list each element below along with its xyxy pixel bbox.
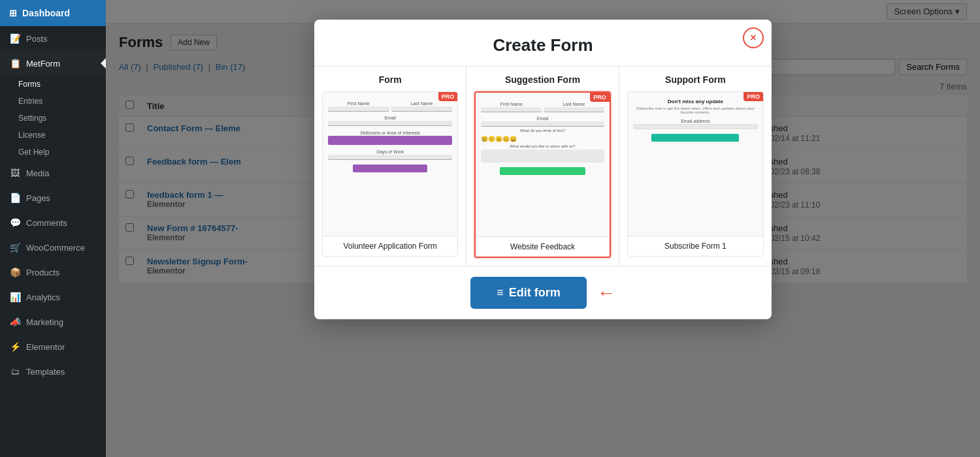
template-header-suggestion: Suggestion Form xyxy=(474,74,610,85)
edit-form-row: ≡ Edit form ← xyxy=(314,266,772,319)
sidebar-item-elementor[interactable]: ⚡ Elementor xyxy=(0,334,106,359)
products-icon: 📦 xyxy=(9,266,21,278)
templates-grid: Form PRO First Name Last Name xyxy=(314,66,772,266)
sidebar-metform-label: MetForm xyxy=(26,59,60,69)
sidebar-item-entries[interactable]: Entries xyxy=(0,93,106,110)
modal-close-button[interactable]: × xyxy=(743,27,764,48)
create-form-modal: × Create Form Form PRO First Name xyxy=(314,20,772,319)
sidebar-marketing-label: Marketing xyxy=(26,317,63,327)
woocommerce-icon: 🛒 xyxy=(9,242,21,253)
template-header-form: Form xyxy=(322,74,458,85)
dashboard-icon: ⊞ xyxy=(9,8,17,18)
edit-form-label: Edit form xyxy=(509,286,561,300)
marketing-icon: 📣 xyxy=(9,316,21,328)
form-card-name-volunteer: Volunteer Application Form xyxy=(323,236,457,256)
sidebar-item-comments[interactable]: 💬 Comments xyxy=(0,210,106,235)
sidebar-item-analytics[interactable]: 📊 Analytics xyxy=(0,285,106,309)
sidebar-item-media[interactable]: 🖼 Media xyxy=(0,161,106,185)
sidebar-products-label: Products xyxy=(26,268,59,277)
sidebar-item-marketing[interactable]: 📣 Marketing xyxy=(0,309,106,334)
sidebar-woocommerce-label: WooCommerce xyxy=(26,243,85,253)
form-card-subscribe[interactable]: PRO Don't miss any update Subscribe now … xyxy=(627,91,764,257)
sidebar-item-products[interactable]: 📦 Products xyxy=(0,260,106,285)
form-preview-feedback: First Name Last Name Email What do xyxy=(476,93,609,236)
sidebar-media-label: Media xyxy=(26,168,49,178)
form-card-name-subscribe: Subscribe Form 1 xyxy=(628,236,763,256)
form-card-volunteer[interactable]: PRO First Name Last Name xyxy=(322,91,458,257)
sidebar: ⊞ Dashboard 📝 Posts 📋 MetForm Forms Entr… xyxy=(0,0,106,457)
media-icon: 🖼 xyxy=(9,167,21,179)
form-preview-volunteer: First Name Last Name Email Skills/s xyxy=(323,92,457,236)
template-col-support: Support Form PRO Don't miss any update S… xyxy=(619,67,772,266)
sidebar-item-metform[interactable]: 📋 MetForm xyxy=(0,51,106,76)
main-content: Screen Options ▾ Forms Add New All (7) |… xyxy=(106,0,980,457)
comments-icon: 💬 xyxy=(9,217,21,228)
form-preview-subscribe: Don't miss any update Subscribe now to g… xyxy=(628,92,763,236)
sidebar-comments-label: Comments xyxy=(26,218,67,228)
templates-icon: 🗂 xyxy=(9,366,21,377)
edit-form-button[interactable]: ≡ Edit form xyxy=(470,277,587,309)
sidebar-elementor-label: Elementor xyxy=(26,342,65,352)
modal-title: Create Form xyxy=(314,20,772,66)
form-card-website-feedback[interactable]: PRO First Name Last Name xyxy=(474,91,610,258)
sidebar-analytics-label: Analytics xyxy=(26,292,60,302)
modal-overlay[interactable]: × Create Form Form PRO First Name xyxy=(106,0,980,457)
pages-icon: 📄 xyxy=(9,192,21,204)
sidebar-posts-label: Posts xyxy=(26,34,48,44)
pro-badge-support: PRO xyxy=(743,92,763,101)
metform-arrow xyxy=(101,58,106,69)
form-card-name-feedback: Website Feedback xyxy=(476,236,609,257)
metform-icon: 📋 xyxy=(9,57,21,69)
template-header-support: Support Form xyxy=(627,74,764,85)
pro-badge-suggestion: PRO xyxy=(590,93,610,102)
sidebar-item-forms[interactable]: Forms xyxy=(0,76,106,93)
sidebar-dashboard-label[interactable]: Dashboard xyxy=(22,8,70,18)
sidebar-item-woocommerce[interactable]: 🛒 WooCommerce xyxy=(0,235,106,260)
edit-form-icon: ≡ xyxy=(497,286,504,300)
sidebar-item-gethelp[interactable]: Get Help xyxy=(0,144,106,161)
sidebar-item-pages[interactable]: 📄 Pages xyxy=(0,185,106,210)
sidebar-pages-label: Pages xyxy=(26,193,50,203)
sidebar-item-posts[interactable]: 📝 Posts xyxy=(0,26,106,51)
template-col-form: Form PRO First Name Last Name xyxy=(314,67,466,266)
template-col-suggestion: Suggestion Form PRO First Name Last Name xyxy=(466,67,619,266)
pro-badge: PRO xyxy=(438,92,458,101)
sidebar-brand: ⊞ Dashboard xyxy=(0,0,106,26)
posts-icon: 📝 xyxy=(9,33,21,44)
elementor-icon: ⚡ xyxy=(9,341,21,353)
sidebar-item-templates[interactable]: 🗂 Templates xyxy=(0,359,106,384)
analytics-icon: 📊 xyxy=(9,291,21,303)
arrow-right-icon: ← xyxy=(597,283,615,304)
sidebar-item-settings[interactable]: Settings xyxy=(0,110,106,127)
sidebar-item-license[interactable]: License xyxy=(0,127,106,144)
sidebar-templates-label: Templates xyxy=(26,367,65,377)
